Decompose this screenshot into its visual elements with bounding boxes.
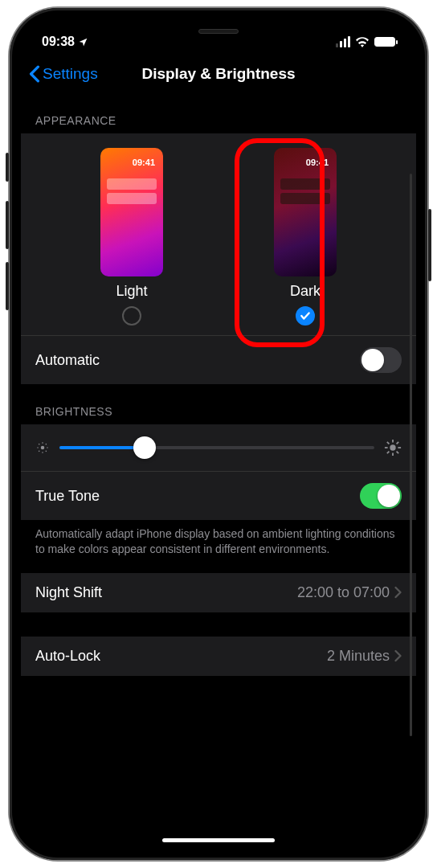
dark-preview: 09:41: [274, 148, 337, 276]
svg-line-16: [387, 452, 390, 454]
wifi-icon: [355, 37, 370, 47]
autolock-group: Auto-Lock 2 Minutes: [21, 637, 416, 676]
light-radio[interactable]: [122, 306, 141, 326]
location-icon: [78, 37, 88, 47]
appearance-header: APPEARANCE: [21, 93, 416, 133]
notch: [134, 19, 303, 43]
appearance-option-dark[interactable]: 09:41 Dark: [274, 148, 337, 326]
chevron-right-icon: [394, 649, 402, 662]
autolock-cell[interactable]: Auto-Lock 2 Minutes: [21, 637, 416, 676]
screen: 09:38 Settings Display & Brightness APPE…: [21, 19, 416, 849]
chevron-left-icon: [29, 65, 40, 83]
page-title: Display & Brightness: [141, 65, 295, 83]
light-preview: 09:41: [100, 148, 163, 276]
dark-radio[interactable]: [296, 306, 315, 326]
brightness-thumb[interactable]: [133, 436, 156, 459]
svg-line-6: [46, 451, 47, 452]
truetone-label: True Tone: [35, 488, 100, 505]
nightshift-group: Night Shift 22:00 to 07:00: [21, 573, 416, 612]
chevron-right-icon: [394, 586, 402, 599]
automatic-label: Automatic: [35, 352, 100, 369]
nightshift-label: Night Shift: [35, 584, 102, 601]
svg-point-0: [41, 446, 45, 450]
brightness-fill: [59, 446, 145, 449]
truetone-description: Automatically adapt iPhone display based…: [21, 520, 416, 573]
svg-line-14: [387, 442, 390, 444]
brightness-header: BRIGHTNESS: [21, 384, 416, 424]
nightshift-cell[interactable]: Night Shift 22:00 to 07:00: [21, 573, 416, 612]
truetone-cell[interactable]: True Tone: [21, 471, 416, 520]
autolock-label: Auto-Lock: [35, 648, 100, 665]
back-label: Settings: [43, 65, 98, 83]
svg-line-15: [397, 452, 399, 454]
phone-frame: 09:38 Settings Display & Brightness APPE…: [10, 8, 427, 860]
status-time: 09:38: [42, 35, 75, 49]
home-indicator[interactable]: [162, 838, 275, 842]
battery-icon: [374, 37, 395, 47]
appearance-group: 09:41 Light 09:41 Dark: [21, 133, 416, 384]
automatic-toggle[interactable]: [360, 347, 402, 373]
brightness-slider[interactable]: [59, 446, 374, 449]
cellular-signal-icon: [336, 36, 350, 47]
svg-line-17: [397, 442, 399, 444]
brightness-slider-row: [21, 424, 416, 471]
back-button[interactable]: Settings: [29, 65, 98, 83]
light-label: Light: [116, 283, 147, 300]
svg-point-9: [390, 444, 395, 450]
automatic-cell[interactable]: Automatic: [21, 335, 416, 384]
content: APPEARANCE 09:41 Light 09:41: [21, 93, 416, 849]
truetone-toggle[interactable]: [360, 483, 402, 509]
svg-line-7: [39, 451, 39, 452]
sun-high-icon: [384, 439, 402, 457]
svg-line-5: [39, 444, 39, 444]
nav-header: Settings Display & Brightness: [21, 55, 416, 93]
dark-label: Dark: [290, 283, 321, 300]
brightness-group: True Tone: [21, 424, 416, 520]
checkmark-icon: [300, 310, 311, 321]
autolock-value: 2 Minutes: [327, 648, 390, 665]
nightshift-value: 22:00 to 07:00: [297, 584, 390, 601]
sun-low-icon: [35, 440, 50, 455]
svg-line-8: [46, 444, 47, 444]
appearance-option-light[interactable]: 09:41 Light: [100, 148, 163, 326]
